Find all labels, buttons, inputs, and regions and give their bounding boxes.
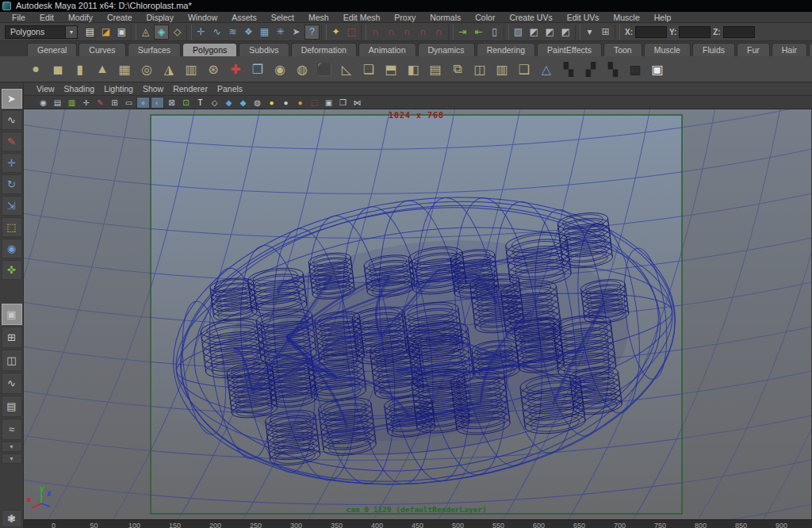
select-object-icon[interactable]: ◈ [154, 25, 169, 40]
poly-cylinder-icon[interactable]: ▮ [70, 59, 90, 79]
shelf-tab-surfaces[interactable]: Surfaces [128, 43, 181, 56]
shelf-tab-toon[interactable]: Toon [603, 43, 642, 56]
default-material-icon[interactable]: ◍ [251, 97, 264, 109]
quadrangulate-icon[interactable]: ❏ [358, 59, 379, 79]
poly-pyramid-icon[interactable]: ◮ [159, 59, 179, 79]
snap-view-icon[interactable]: ∩ [431, 25, 446, 40]
select-tool[interactable]: ➤ [2, 89, 22, 109]
snap-curve-icon[interactable]: ∩ [384, 25, 399, 40]
menu-mesh[interactable]: Mesh [301, 13, 336, 22]
panel-menu-shading[interactable]: Shading [63, 84, 103, 94]
boolean-union-icon[interactable]: ◉ [270, 59, 290, 79]
layout-shrink-b[interactable]: ▾ [2, 453, 22, 464]
layout-single-persp[interactable]: ▣ [2, 304, 22, 325]
uv-editor-icon[interactable]: ▣ [647, 59, 668, 79]
isolate-select-icon[interactable]: ⬚ [308, 97, 321, 109]
shelf-tab-painteffects[interactable]: PaintEffects [537, 43, 602, 56]
time-slider[interactable]: 0501001502002503003504004505005506006507… [24, 519, 812, 528]
layout-hypershade-persp[interactable]: ▤ [2, 396, 22, 417]
shelf-tab-deformation[interactable]: Deformation [291, 43, 357, 56]
layout-persp-curve[interactable]: ≈ [2, 419, 22, 440]
rotate-tool[interactable]: ↻ [2, 174, 22, 194]
poly-pipe-icon[interactable]: ▥ [181, 59, 201, 79]
menu-muscle[interactable]: Muscle [607, 13, 647, 22]
ipr-render-icon[interactable]: ◩ [542, 25, 557, 40]
menu-help[interactable]: Help [647, 13, 679, 22]
mask-curves-icon[interactable]: ∿ [209, 25, 224, 40]
snap-point-icon[interactable]: ∩ [400, 25, 415, 40]
nonlinear-icon[interactable]: △ [536, 59, 557, 79]
render-current-frame-icon[interactable]: ◩ [527, 25, 542, 40]
film-gate-icon[interactable]: ▭ [122, 97, 136, 109]
poly-cone-icon[interactable]: ▲ [92, 59, 113, 79]
perspective-viewport[interactable]: 1024 x 768cam_0_1120 (defaultRenderLayer… [24, 109, 812, 519]
help-mode-icon[interactable]: ? [304, 25, 320, 40]
open-scene-icon[interactable]: ◪ [98, 25, 113, 40]
menu-select[interactable]: Select [264, 13, 301, 22]
textured-display-icon[interactable]: ◆ [236, 97, 250, 109]
pane-single-icon[interactable]: ▣ [322, 97, 335, 109]
uv-checker-c-icon[interactable]: ▚ [603, 59, 623, 79]
mask-handles-icon[interactable]: ✛ [193, 25, 209, 40]
uv-checker-b-icon[interactable]: ▞ [580, 59, 601, 79]
layout-persp-graph[interactable]: ∿ [2, 373, 22, 394]
y-field[interactable] [679, 26, 710, 38]
toolbar-divider[interactable] [615, 25, 620, 40]
grease-pencil-icon[interactable]: ✎ [94, 97, 107, 109]
camera-attributes-icon[interactable]: ◉ [36, 97, 50, 109]
menu-display[interactable]: Display [139, 13, 180, 22]
layout-four-view[interactable]: ⊞ [2, 327, 22, 348]
shelf-tab-fur[interactable]: Fur [737, 43, 770, 56]
insert-edge-loop-icon[interactable]: ▥ [492, 59, 512, 79]
attach-brush-icon[interactable]: ❃ [2, 510, 22, 527]
toolbar-divider[interactable] [575, 25, 580, 40]
move-tool[interactable]: ✛ [2, 153, 22, 173]
toolbar-divider[interactable] [131, 25, 136, 40]
menu-normals[interactable]: Normals [423, 13, 468, 22]
safe-title-icon[interactable]: T [193, 97, 207, 109]
select-component-icon[interactable]: ◇ [170, 25, 185, 40]
menu-file[interactable]: File [5, 13, 33, 22]
combine-icon[interactable]: ✚ [225, 59, 246, 79]
layout-shrink-a[interactable]: ▾ [2, 442, 22, 452]
x-field[interactable] [635, 26, 667, 38]
mask-surfaces-icon[interactable]: ≋ [225, 25, 240, 40]
new-scene-icon[interactable]: ▤ [82, 25, 98, 40]
menu-edit-mesh[interactable]: Edit Mesh [336, 13, 388, 22]
shelf-tab-general[interactable]: General [27, 43, 77, 56]
shelf-tab-rendering[interactable]: Rendering [477, 43, 535, 56]
safe-action-icon[interactable]: ⊡ [179, 97, 193, 109]
viewport-canvas[interactable]: 1024 x 768cam_0_1120 (defaultRenderLayer… [24, 109, 811, 519]
poly-torus-icon[interactable]: ◎ [136, 59, 157, 79]
menu-color[interactable]: Color [468, 13, 502, 22]
uv-checker-a-icon[interactable]: ▚ [558, 59, 579, 79]
menu-window[interactable]: Window [181, 13, 224, 22]
mask-dynamics-icon[interactable]: ▦ [257, 25, 272, 40]
character-input-icon[interactable]: ⊞ [598, 25, 613, 40]
menu-create[interactable]: Create [100, 13, 140, 22]
z-field[interactable] [723, 26, 755, 38]
universal-manipulator-tool[interactable]: ⬚ [2, 217, 22, 237]
lighting-none-icon[interactable]: ● [293, 97, 307, 109]
mask-rendering-icon[interactable]: ✳ [273, 25, 288, 40]
output-connections-icon[interactable]: ⇤ [471, 25, 486, 40]
smooth-shade-icon[interactable]: ◆ [222, 97, 236, 109]
toolbar-divider[interactable] [448, 25, 454, 40]
show-manipulator-tool[interactable]: ✜ [2, 260, 22, 280]
menu-edit[interactable]: Edit [33, 13, 61, 22]
image-plane-icon[interactable]: ▥ [65, 97, 79, 109]
layout-persp-outliner[interactable]: ◫ [2, 350, 22, 371]
shelf-tab-curves[interactable]: Curves [79, 43, 125, 56]
collapse-arrow-icon[interactable]: ▾ [582, 25, 597, 40]
shelf-tab-hair[interactable]: Hair [772, 43, 807, 56]
shelf-tab-fluids[interactable]: Fluids [692, 43, 735, 56]
field-chart-icon[interactable]: ⊠ [165, 97, 178, 109]
split-icon[interactable]: ◫ [469, 59, 490, 79]
snap-grid-icon[interactable]: ∩ [368, 25, 383, 40]
lasso-select-tool[interactable]: ∿ [2, 110, 22, 130]
panel-menu-lighting[interactable]: Lighting [102, 84, 141, 94]
render-view-icon[interactable]: ▧ [511, 25, 526, 40]
menu-set-selector[interactable]: Polygons ▾ [5, 25, 78, 39]
scale-tool[interactable]: ⇲ [2, 196, 22, 216]
smooth-icon[interactable]: ⬛ [314, 59, 335, 79]
